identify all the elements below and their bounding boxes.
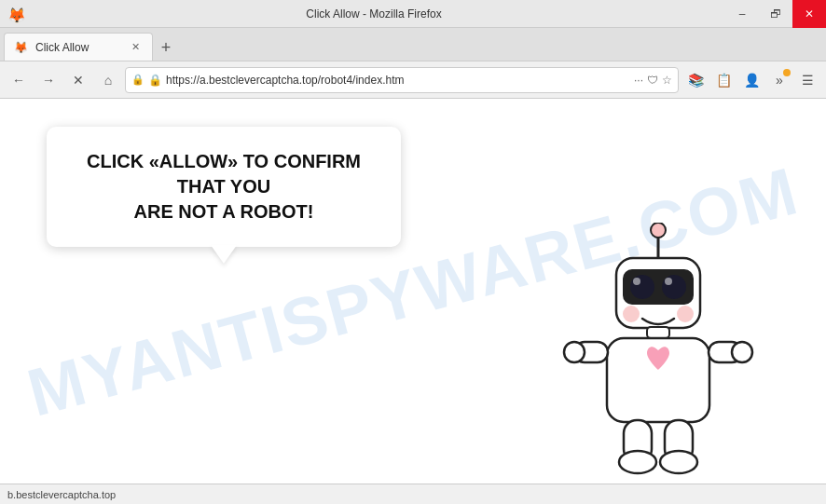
synced-tabs-icon[interactable]: 📋 bbox=[710, 67, 737, 93]
title-bar: 🦊 Click Allow - Mozilla Firefox – 🗗 ✕ bbox=[0, 0, 826, 28]
title-bar-left: 🦊 bbox=[0, 7, 22, 21]
reload-button[interactable]: ✕ bbox=[65, 67, 91, 93]
svg-point-13 bbox=[564, 342, 585, 362]
active-tab[interactable]: 🦊 Click Allow ✕ bbox=[4, 33, 153, 61]
robot-illustration bbox=[546, 223, 770, 484]
status-url: b.bestclevercaptcha.top bbox=[7, 489, 116, 500]
svg-rect-10 bbox=[647, 327, 669, 338]
svg-point-4 bbox=[630, 275, 654, 299]
bookmark-star-icon[interactable]: ☆ bbox=[662, 74, 672, 87]
home-button[interactable]: ⌂ bbox=[95, 67, 121, 93]
home-icon: ⌂ bbox=[104, 73, 112, 88]
bubble-text: CLICK «ALLOW» TO CONFIRM THAT YOU ARE NO… bbox=[73, 149, 375, 225]
tab-bar: 🦊 Click Allow ✕ + bbox=[0, 28, 826, 61]
forward-icon: → bbox=[42, 73, 55, 88]
svg-point-1 bbox=[651, 223, 666, 238]
url-text: https://a.bestclevercaptcha.top/robot4/i… bbox=[166, 74, 630, 87]
container-icon[interactable]: 👤 bbox=[738, 67, 764, 93]
bubble-line2: ARE NOT A ROBOT! bbox=[134, 201, 314, 222]
tab-label: Click Allow bbox=[35, 41, 89, 54]
svg-point-7 bbox=[665, 278, 672, 285]
security-shield-icon: 🔒 bbox=[131, 74, 145, 86]
address-bar[interactable]: 🔒 🔒 https://a.bestclevercaptcha.top/robo… bbox=[125, 67, 679, 93]
close-button[interactable]: ✕ bbox=[792, 0, 826, 28]
status-bar: b.bestclevercaptcha.top bbox=[0, 484, 826, 504]
notification-badge: » bbox=[766, 67, 792, 93]
tab-close-button[interactable]: ✕ bbox=[128, 40, 143, 55]
menu-button[interactable]: ☰ bbox=[794, 67, 820, 93]
svg-point-17 bbox=[619, 451, 656, 473]
nav-bar: ← → ✕ ⌂ 🔒 🔒 https://a.bestclevercaptcha.… bbox=[0, 61, 826, 99]
firefox-icon: 🦊 bbox=[7, 7, 22, 21]
svg-point-9 bbox=[677, 306, 694, 322]
page-content: MYANTISPYWARE.COM CLICK «ALLOW» TO CONFI… bbox=[0, 99, 826, 484]
address-extra-icons: ··· 🛡 ☆ bbox=[634, 74, 672, 87]
svg-point-15 bbox=[732, 342, 752, 362]
library-icon[interactable]: 📚 bbox=[682, 67, 709, 93]
window-title: Click Allow - Mozilla Firefox bbox=[306, 7, 441, 20]
reload-icon: ✕ bbox=[73, 73, 84, 88]
lock-icon: 🔒 bbox=[148, 74, 162, 87]
window-controls: – 🗗 ✕ bbox=[725, 0, 826, 27]
forward-button[interactable]: → bbox=[35, 67, 62, 93]
minimize-button[interactable]: – bbox=[725, 0, 759, 28]
nav-right-icons: 📚 📋 👤 » ☰ bbox=[682, 67, 820, 93]
back-button[interactable]: ← bbox=[6, 67, 32, 93]
restore-button[interactable]: 🗗 bbox=[759, 0, 792, 28]
more-options-icon[interactable]: ··· bbox=[634, 74, 643, 87]
shield-icon[interactable]: 🛡 bbox=[647, 74, 658, 87]
notification-dot bbox=[783, 69, 791, 76]
new-tab-button[interactable]: + bbox=[153, 34, 179, 61]
svg-point-6 bbox=[633, 278, 640, 285]
svg-point-5 bbox=[662, 275, 686, 299]
speech-bubble: CLICK «ALLOW» TO CONFIRM THAT YOU ARE NO… bbox=[47, 127, 401, 247]
svg-point-19 bbox=[660, 451, 697, 473]
svg-point-8 bbox=[623, 306, 640, 322]
back-icon: ← bbox=[12, 73, 25, 88]
robot-svg bbox=[546, 223, 770, 484]
bubble-line1: CLICK «ALLOW» TO CONFIRM THAT YOU bbox=[87, 151, 361, 197]
tab-favicon: 🦊 bbox=[14, 41, 28, 54]
